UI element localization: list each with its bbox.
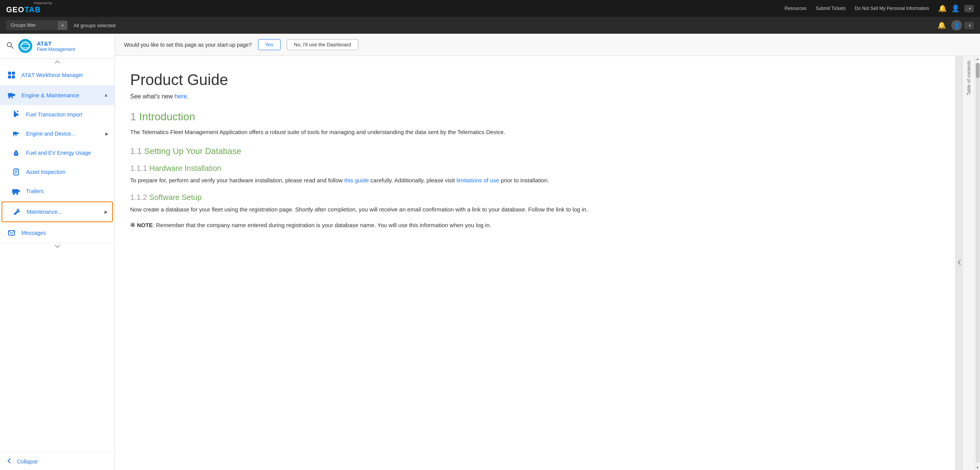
svg-point-21: [16, 135, 17, 136]
collapse-panel-icon: [957, 259, 961, 267]
scroll-thumb[interactable]: [976, 63, 980, 78]
subtitle-post: .: [187, 93, 188, 100]
company-logo: [18, 39, 32, 53]
maintenance-icon: [11, 206, 22, 217]
this-guide-link[interactable]: this guide: [344, 177, 369, 183]
maintenance-arrow-icon: ▶: [105, 210, 108, 215]
section-1-title: Introduction: [139, 111, 195, 123]
section-1-1-1-title: Hardware Installation: [149, 164, 221, 172]
engine-maintenance-chevron-icon: ▲: [104, 92, 108, 98]
fuel-transaction-icon: [11, 109, 21, 120]
svg-rect-11: [12, 75, 15, 79]
scroll-track[interactable]: [976, 63, 980, 463]
fuel-ev-icon: [11, 147, 21, 158]
top-navbar: Powered by GEO TAB Resources Submit Tick…: [0, 0, 980, 17]
groups-filter-dropdown[interactable]: Groups filter ▾: [6, 20, 67, 30]
section-1-1-title: Setting Up Your Database: [144, 146, 241, 156]
asset-inspection-icon: [11, 167, 21, 177]
notification-icon[interactable]: 🔔: [938, 21, 946, 29]
doc-content: Product Guide See what's new here. 1 Int…: [115, 56, 956, 470]
sidebar-scroll: AT&T Workforce Manager Engine & Maintena…: [0, 59, 114, 452]
do-not-sell-link[interactable]: Do Not Sell My Personal Information: [855, 6, 929, 11]
fuel-transaction-label: Fuel Transaction Import: [26, 111, 82, 118]
user-name-dropdown[interactable]: ▾: [964, 22, 974, 29]
svg-rect-8: [8, 72, 11, 75]
sidebar-item-asset-inspection[interactable]: Asset Inspection: [0, 162, 114, 182]
groups-filter-arrow-icon[interactable]: ▾: [58, 21, 67, 30]
submit-tickets-link[interactable]: Submit Tickets: [816, 6, 846, 11]
sidebar-scroll-up[interactable]: [0, 59, 114, 65]
sidebar-item-trailers[interactable]: Trailers: [0, 182, 114, 201]
sidebar-item-fuel-ev[interactable]: Fuel and EV Energy Usage: [0, 143, 114, 162]
engine-maintenance-label: Engine & Maintenance: [21, 92, 79, 98]
startup-yes-button[interactable]: Yes: [258, 39, 281, 50]
collapse-panel-button[interactable]: [956, 56, 962, 470]
svg-rect-13: [13, 94, 15, 96]
doc-subtitle: See what's new here.: [130, 93, 933, 100]
subtitle-link[interactable]: here: [175, 93, 187, 100]
main-layout: AT&T Fleet Management A: [0, 34, 980, 470]
fuel-ev-label: Fuel and EV Energy Usage: [26, 150, 91, 156]
groups-selected-text: All groups selected: [74, 23, 116, 28]
section-1-1-2-title: Software Setup: [149, 193, 202, 201]
section-1-heading: 1 Introduction: [130, 111, 933, 123]
user-caret-icon: ▾: [969, 23, 971, 28]
scroll-down-arrow[interactable]: ▼: [975, 465, 980, 470]
toc-sidebar[interactable]: Table of contents: [962, 56, 975, 470]
top-bar-right: Resources Submit Tickets Do Not Sell My …: [785, 4, 974, 13]
trailers-label: Trailers: [26, 188, 44, 194]
svg-point-15: [11, 97, 13, 98]
svg-point-20: [13, 135, 15, 136]
scroll-up-arrow[interactable]: ▲: [975, 56, 980, 61]
collapse-label: Collapse: [17, 459, 38, 465]
svg-point-16: [14, 111, 15, 112]
limitations-link[interactable]: limitations of use: [456, 177, 499, 183]
sidebar-item-engine-device[interactable]: Engine and Device... ▶: [0, 124, 114, 143]
resources-link[interactable]: Resources: [785, 6, 807, 11]
svg-point-30: [16, 193, 18, 195]
svg-rect-18: [13, 132, 17, 135]
startup-question: Would you like to set this page as your …: [124, 42, 252, 48]
geotab-wordmark: GEO TAB: [6, 5, 52, 16]
user-area[interactable]: 👤 ▾: [951, 20, 974, 31]
sidebar-item-messages[interactable]: Messages: [0, 223, 114, 243]
sidebar-item-fuel-transaction[interactable]: Fuel Transaction Import: [0, 105, 114, 124]
top-bar-icons: 🔔 👤 ▾: [938, 4, 974, 13]
sidebar-scroll-down[interactable]: [0, 243, 114, 249]
sidebar-header: AT&T Fleet Management: [0, 34, 114, 59]
doc-area: Product Guide See what's new here. 1 Int…: [115, 56, 980, 470]
section-1-1-1-num: 1.1.1: [130, 164, 147, 172]
section-1-1-num: 1.1: [130, 146, 142, 156]
user-dropdown[interactable]: ▾: [964, 5, 974, 12]
trailers-icon: [11, 186, 21, 197]
section-1-1-2-body: Now create a database for your fleet usi…: [130, 205, 933, 215]
company-info: AT&T Fleet Management: [37, 40, 75, 52]
svg-point-29: [13, 193, 15, 195]
hw-body-mid: carefully. Additionally, please visit: [369, 177, 457, 183]
sidebar-item-att-workforce-label: AT&T Workforce Manager: [21, 72, 83, 78]
doc-title: Product Guide: [130, 71, 933, 88]
svg-rect-9: [12, 72, 15, 75]
groups-filter-label: Groups filter: [6, 20, 58, 30]
engine-maintenance-icon: [6, 90, 17, 100]
svg-point-14: [8, 97, 10, 98]
startup-no-button[interactable]: No, I'll use the Dashboard: [287, 39, 358, 50]
engine-device-arrow-icon: ▶: [105, 131, 108, 136]
sidebar-item-maintenance[interactable]: Maintenance... ▶: [2, 201, 113, 222]
top-bar-left: Powered by GEO TAB: [6, 1, 52, 16]
user-avatar-icon: 👤: [951, 20, 962, 31]
engine-device-label: Engine and Device...: [26, 131, 75, 137]
sidebar-section-engine-maintenance[interactable]: Engine & Maintenance ▲: [0, 85, 114, 105]
svg-rect-26: [15, 169, 17, 170]
svg-rect-27: [12, 189, 18, 193]
note-bold: NOTE: [137, 222, 153, 228]
user-button[interactable]: 👤: [951, 4, 960, 13]
notification-button[interactable]: 🔔: [938, 4, 947, 13]
svg-point-17: [17, 111, 18, 112]
sidebar-collapse-button[interactable]: Collapse: [0, 452, 114, 470]
company-name: AT&T: [37, 40, 75, 47]
section-1-body: The Telematics Fleet Management Applicat…: [130, 128, 933, 137]
sidebar-item-att-workforce[interactable]: AT&T Workforce Manager: [0, 65, 114, 85]
caret-icon: ▾: [969, 7, 971, 11]
search-icon[interactable]: [6, 41, 14, 51]
